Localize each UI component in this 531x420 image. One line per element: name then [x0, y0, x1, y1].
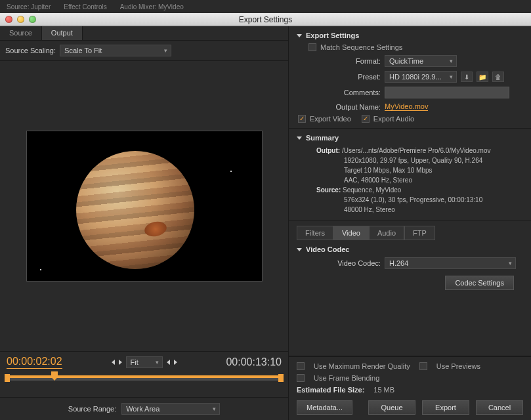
video-codec-section: Video Codec Video Codec: H.264 Codec Set…: [289, 240, 531, 356]
duration-timecode: 00:00:13:10: [226, 356, 282, 368]
source-scaling-row: Source Scaling: Scale To Fit: [0, 41, 288, 61]
settings-panel: Export Settings Match Sequence Settings …: [289, 26, 531, 420]
subtab-ftp[interactable]: FTP: [404, 226, 435, 240]
disclosure-icon[interactable]: [297, 34, 302, 37]
format-label: Format:: [308, 57, 381, 65]
step-back-icon[interactable]: [112, 360, 115, 365]
timeline: 00:00:02:02 Fit 00:00:13:10: [0, 351, 288, 397]
disclosure-icon[interactable]: [297, 248, 302, 251]
preview-area: [0, 61, 288, 351]
metadata-button[interactable]: Metadata...: [297, 400, 352, 415]
match-sequence-checkbox[interactable]: [308, 43, 316, 51]
in-point[interactable]: [5, 374, 10, 382]
frame-blending-checkbox[interactable]: [297, 374, 305, 382]
out-point[interactable]: [278, 374, 284, 382]
prev-icon[interactable]: [167, 360, 170, 365]
delete-preset-icon[interactable]: 🗑: [492, 72, 504, 82]
export-button[interactable]: Export: [422, 400, 469, 415]
next-icon[interactable]: [174, 360, 177, 365]
output-name-link[interactable]: MyVideo.mov: [385, 102, 428, 111]
est-size-value: 15 MB: [373, 386, 394, 394]
export-video-label: Export Video: [310, 115, 351, 123]
export-video-checkbox[interactable]: [298, 115, 306, 123]
codec-settings-button[interactable]: Codec Settings: [445, 276, 514, 290]
cancel-button[interactable]: Cancel: [476, 400, 523, 415]
timeline-track[interactable]: [7, 375, 282, 381]
export-settings-window: Export Settings Source Output Source Sca…: [0, 13, 531, 420]
export-audio-checkbox[interactable]: [362, 115, 370, 123]
preview-panel: Source Output Source Scaling: Scale To F…: [0, 26, 289, 420]
current-timecode[interactable]: 00:00:02:02: [7, 356, 62, 369]
source-scaling-dropdown[interactable]: Scale To Fit: [60, 45, 171, 56]
queue-button[interactable]: Queue: [368, 400, 415, 415]
window-title: Export Settings: [239, 15, 292, 24]
export-audio-label: Export Audio: [373, 115, 414, 123]
video-codec-dropdown[interactable]: H.264: [385, 257, 516, 269]
format-dropdown[interactable]: QuickTime: [385, 55, 457, 67]
use-previews-checkbox[interactable]: [419, 362, 427, 370]
summary-section: Summary Output: /Users/...nts/Adobe/Prem…: [289, 129, 531, 220]
source-range-row: Source Range: Work Area: [0, 397, 288, 420]
import-preset-icon[interactable]: 📁: [477, 72, 488, 82]
source-indicator: Source: Jupiter: [7, 3, 51, 10]
use-previews-label: Use Previews: [436, 362, 480, 370]
preview-viewport[interactable]: [26, 131, 263, 282]
jupiter-image: [76, 151, 194, 269]
disclosure-icon[interactable]: [297, 136, 302, 140]
video-codec-label: Video Codec:: [308, 259, 381, 267]
close-icon[interactable]: [5, 16, 12, 23]
tab-output[interactable]: Output: [42, 26, 83, 40]
codec-subtabs: Filters Video Audio FTP: [289, 220, 531, 240]
minimize-icon[interactable]: [17, 16, 24, 23]
est-size-label: Estimated File Size:: [297, 386, 364, 394]
playhead[interactable]: [51, 371, 58, 381]
zoom-fit-dropdown[interactable]: Fit: [126, 356, 163, 368]
subtab-audio[interactable]: Audio: [369, 226, 404, 240]
output-name-label: Output Name:: [308, 103, 381, 111]
source-range-label: Source Range:: [68, 405, 116, 413]
subtab-filters[interactable]: Filters: [297, 226, 333, 240]
preset-dropdown[interactable]: HD 1080i 29.9...: [385, 71, 457, 83]
app-toolbar: Source: Jupiter Effect Controls Audio Mi…: [0, 0, 531, 13]
comments-input[interactable]: [385, 87, 509, 98]
max-quality-label: Use Maximum Render Quality: [314, 362, 410, 370]
audio-mixer-indicator: Audio Mixer: MyVideo: [120, 3, 184, 10]
save-preset-icon[interactable]: ⬇: [461, 72, 473, 82]
zoom-icon[interactable]: [29, 16, 36, 23]
frame-blending-label: Use Frame Blending: [314, 374, 379, 382]
effect-controls-indicator: Effect Controls: [64, 3, 106, 10]
export-settings-section: Export Settings Match Sequence Settings …: [289, 26, 531, 129]
source-range-dropdown[interactable]: Work Area: [121, 403, 220, 415]
preview-tabs: Source Output: [0, 26, 288, 41]
bottom-bar: Use Maximum Render Quality Use Previews …: [289, 356, 531, 420]
match-sequence-label: Match Sequence Settings: [320, 43, 402, 51]
source-scaling-label: Source Scaling:: [5, 47, 56, 54]
step-fwd-icon[interactable]: [119, 360, 122, 365]
subtab-video[interactable]: Video: [333, 226, 369, 240]
traffic-lights: [5, 16, 36, 23]
tab-source[interactable]: Source: [0, 26, 42, 40]
comments-label: Comments:: [308, 89, 381, 96]
max-quality-checkbox[interactable]: [297, 362, 305, 370]
preset-label: Preset:: [308, 73, 381, 81]
window-titlebar: Export Settings: [0, 13, 531, 26]
